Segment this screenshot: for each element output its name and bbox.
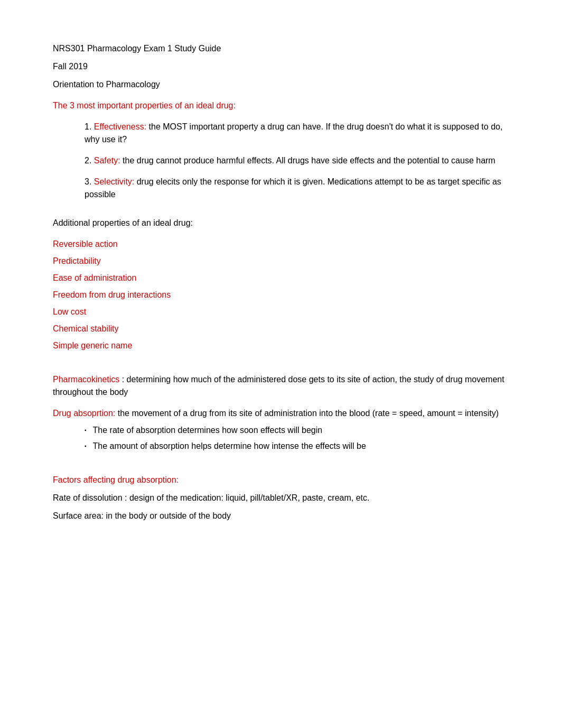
- additional-props-heading: Additional properties of an ideal drug:: [53, 217, 508, 229]
- prop-low-cost: Low cost: [53, 306, 508, 318]
- item3-text: drug elecits only the response for which…: [85, 177, 501, 199]
- ideal-drug-item-2: 2. Safety: the drug cannot produce harmf…: [85, 154, 508, 167]
- prop-simple-generic-name: Simple generic name: [53, 339, 508, 352]
- factors-item-1: Rate of dissolution : design of the medi…: [53, 492, 508, 504]
- drug-absorption-section: Drug absoprtion: the movement of a drug …: [53, 407, 508, 453]
- semester: Fall 2019: [53, 60, 508, 73]
- item3-label: Selectivity:: [94, 177, 134, 186]
- item3-number: 3.: [85, 177, 94, 186]
- pharmacokinetics-text: Pharmacokinetics : determining how much …: [53, 373, 508, 399]
- item2-label: Safety:: [94, 156, 120, 165]
- page-title: NRS301 Pharmacology Exam 1 Study Guide: [53, 42, 508, 55]
- item2-text: the drug cannot produce harmful effects.…: [120, 156, 495, 165]
- drug-absorption-bullets: The rate of absorption determines how so…: [85, 424, 508, 453]
- ideal-drug-item-3: 3. Selectivity: drug elecits only the re…: [85, 176, 508, 201]
- additional-props-section: Additional properties of an ideal drug: …: [53, 217, 508, 352]
- factors-heading: Factors affecting drug absorption:: [53, 474, 508, 486]
- pharmacokinetics-label: Pharmacokinetics: [53, 375, 119, 384]
- factors-item-2: Surface area: in the body or outside of …: [53, 510, 508, 522]
- item2-number: 2.: [85, 156, 94, 165]
- prop-ease-administration: Ease of administration: [53, 272, 508, 284]
- item1-number: 1.: [85, 122, 94, 131]
- bullet-item-2: The amount of absorption helps determine…: [85, 440, 508, 453]
- ideal-drug-items: 1. Effectiveness: the MOST important pro…: [85, 121, 508, 201]
- pharmacokinetics-section: Pharmacokinetics : determining how much …: [53, 373, 508, 399]
- pharmacokinetics-description: : determining how much of the administer…: [53, 375, 504, 397]
- prop-chemical-stability: Chemical stability: [53, 322, 508, 335]
- item1-label: Effectiveness:: [94, 122, 146, 131]
- item1-text: the MOST important property a drug can h…: [85, 122, 502, 144]
- prop-predictability: Predictability: [53, 255, 508, 268]
- drug-absorption-description: the movement of a drug from its site of …: [115, 409, 499, 418]
- ideal-drug-heading: The 3 most important properties of an id…: [53, 99, 508, 112]
- orientation-title: Orientation to Pharmacology: [53, 78, 508, 91]
- factors-section: Factors affecting drug absorption: Rate …: [53, 474, 508, 522]
- bullet-item-1: The rate of absorption determines how so…: [85, 424, 508, 437]
- drug-absorption-label: Drug absoprtion:: [53, 409, 115, 418]
- drug-absorption-text: Drug absoprtion: the movement of a drug …: [53, 407, 508, 420]
- prop-reversible-action: Reversible action: [53, 238, 508, 251]
- prop-freedom-drug-interactions: Freedom from drug interactions: [53, 289, 508, 301]
- ideal-drug-item-1: 1. Effectiveness: the MOST important pro…: [85, 121, 508, 146]
